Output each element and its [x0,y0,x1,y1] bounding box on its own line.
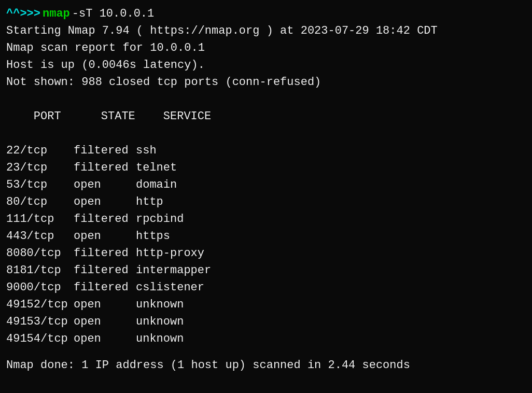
table-row: 8181/tcpfilteredintermapper [6,262,526,279]
port-cell: 49153/tcp [6,313,74,330]
port-cell: 49154/tcp [6,330,74,347]
port-cell: 23/tcp [6,159,74,176]
output-line-3: Host is up (0.0046s latency). [6,57,526,74]
output-line-1: Starting Nmap 7.94 ( https://nmap.org ) … [6,22,526,39]
table-row: 49153/tcpopenunknown [6,313,526,330]
state-cell: open [74,330,136,347]
table-row: 443/tcpopenhttps [6,228,526,245]
port-cell: 8080/tcp [6,245,74,262]
service-cell: http-proxy [136,245,204,262]
state-cell: open [74,228,136,245]
service-cell: unknown [136,313,184,330]
state-cell: filtered [74,159,136,176]
prompt-command: nmap [43,5,70,22]
table-header: PORTSTATESERVICE [6,91,526,142]
state-cell: open [74,193,136,210]
state-cell: filtered [74,279,136,296]
output-line-4: Not shown: 988 closed tcp ports (conn-re… [6,74,526,91]
table-row: 111/tcpfilteredrpcbind [6,210,526,228]
output-line-2: Nmap scan report for 10.0.0.1 [6,39,526,57]
col-header-port: PORT [34,108,101,125]
service-cell: intermapper [136,262,211,279]
table-row: 53/tcpopendomain [6,176,526,193]
table-row: 49152/tcpopenunknown [6,296,526,313]
col-header-service: SERVICE [163,108,211,125]
terminal-window: ^^>>> nmap -sT 10.0.0.1 Starting Nmap 7.… [0,0,532,393]
service-cell: https [136,228,170,245]
prompt-symbol: ^^>>> [6,5,40,22]
port-cell: 8181/tcp [6,262,74,279]
port-cell: 22/tcp [6,142,74,159]
service-cell: unknown [136,330,184,347]
table-row: 49154/tcpopenunknown [6,330,526,347]
port-table: 22/tcpfilteredssh23/tcpfilteredtelnet53/… [6,142,526,347]
port-cell: 443/tcp [6,228,74,245]
service-cell: cslistener [136,279,204,296]
state-cell: filtered [74,210,136,228]
service-cell: ssh [136,142,157,159]
port-cell: 53/tcp [6,176,74,193]
state-cell: filtered [74,245,136,262]
service-cell: rpcbind [136,210,184,228]
port-cell: 9000/tcp [6,279,74,296]
table-row: 22/tcpfilteredssh [6,142,526,159]
port-cell: 49152/tcp [6,296,74,313]
table-row: 9000/tcpfilteredcslistener [6,279,526,296]
port-cell: 80/tcp [6,193,74,210]
state-cell: filtered [74,262,136,279]
port-cell: 111/tcp [6,210,74,228]
table-row: 80/tcpopenhttp [6,193,526,210]
state-cell: open [74,313,136,330]
service-cell: domain [136,176,177,193]
table-row: 8080/tcpfilteredhttp-proxy [6,245,526,262]
table-row: 23/tcpfilteredtelnet [6,159,526,176]
spacer [6,347,526,357]
col-header-state: STATE [101,108,163,125]
prompt-args: -sT 10.0.0.1 [72,5,154,22]
state-cell: filtered [74,142,136,159]
service-cell: http [136,193,163,210]
service-cell: unknown [136,296,184,313]
footer-line: Nmap done: 1 IP address (1 host up) scan… [6,357,526,374]
prompt-line: ^^>>> nmap -sT 10.0.0.1 [6,5,526,22]
state-cell: open [74,176,136,193]
state-cell: open [74,296,136,313]
service-cell: telnet [136,159,177,176]
